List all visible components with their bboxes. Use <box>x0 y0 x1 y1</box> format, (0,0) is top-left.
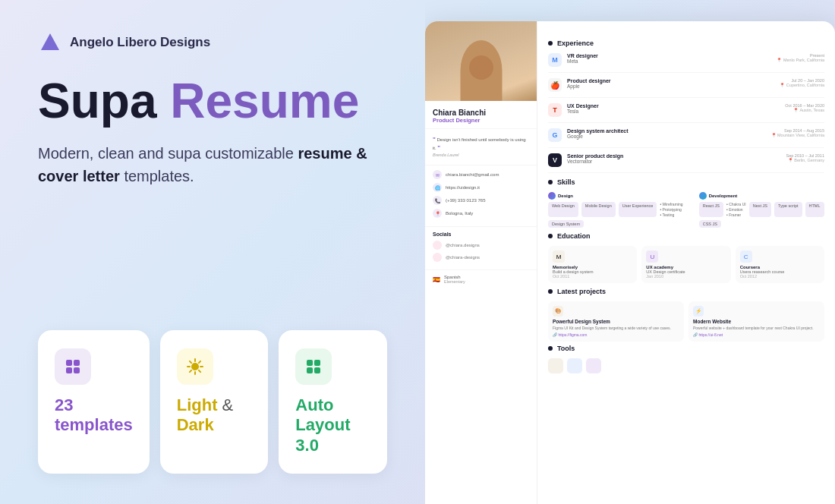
templates-count: 23 <box>55 395 73 414</box>
svg-line-11 <box>199 370 200 372</box>
website-icon: 🌐 <box>433 183 442 192</box>
tools-title: Tools <box>557 345 575 352</box>
dev-tags: React JS • Chakra UI• Emotion• Framer Ne… <box>699 202 824 228</box>
auto-label: Auto <box>295 395 333 414</box>
meta-role: VR designer <box>567 53 771 58</box>
google-logo: G <box>548 128 562 142</box>
cards-row: 23 templates <box>38 330 387 474</box>
svg-marker-0 <box>41 33 59 50</box>
vectornator-logo: V <box>548 153 562 167</box>
vectornator-info: Senior product design Vectornator <box>567 153 781 164</box>
skill-ds: Design System <box>548 220 584 228</box>
quote-author: Brenda Laurel <box>433 153 459 157</box>
subtitle: Modern, clean and supa customizable resu… <box>38 142 387 187</box>
google-info: Design system architect Google <box>567 128 766 139</box>
svg-rect-1 <box>66 360 72 366</box>
contact-website-item: 🌐 https://uidesign.it <box>433 183 529 192</box>
headline: Supa Resume <box>38 76 387 127</box>
templates-label: 23 templates <box>55 395 133 436</box>
resume-right-column: Experience M VR designer Meta Present📍 M… <box>537 21 835 504</box>
coursera-date: Oct 2012 <box>740 274 820 279</box>
project1-link: 🔗 https://figma.com <box>553 332 679 337</box>
memorisely-date: Oct 2011 <box>553 274 632 279</box>
memorisely-logo: M <box>553 250 565 263</box>
skills-title: Skills <box>557 178 575 186</box>
language-level: Elementary <box>444 279 465 284</box>
google-company: Google <box>567 134 766 139</box>
card-light-dark: Light & Dark <box>160 330 269 474</box>
social-dribbble: @chiara-designs <box>433 253 529 262</box>
templates-icon <box>55 348 91 385</box>
brand-row: Angelo Libero Designs <box>38 30 387 55</box>
contact-phone: (+39) 333 0123 765 <box>446 198 486 203</box>
contact-location-item: 📍 Bologna, Italy <box>433 209 529 218</box>
subtitle-text-normal: Modern, clean and supa customizable <box>38 145 298 162</box>
tool3-icon <box>586 358 601 373</box>
google-date: Sep 2014 – Aug 2015📍 Mountain View, Cali… <box>771 128 825 137</box>
language-flag: 🇪🇸 <box>433 276 440 283</box>
brand-name: Angelo Libero Designs <box>70 35 210 50</box>
resume-quote: " Design isn't finished until somebody i… <box>425 128 537 165</box>
project1-desc: Figma UI Kit and Design System targeting… <box>553 326 679 331</box>
language-item: 🇪🇸 Spanish Elementary <box>433 275 529 284</box>
experience-header: Experience <box>548 39 824 47</box>
exp-google: G Design system architect Google Sep 201… <box>548 128 824 148</box>
svg-line-12 <box>199 361 200 363</box>
exp-tesla: T UX Designer Tesla Oct 2016 – Mar 2020📍… <box>548 103 824 123</box>
tools-header: Tools <box>548 345 824 352</box>
skills-content: Design Web Design Mobile Design User Exp… <box>548 192 824 228</box>
skill-ux: User Experience <box>619 202 657 217</box>
vectornator-date: Sep 2010 – Jul 2011📍 Berlin, Germany <box>786 153 824 162</box>
meta-info: VR designer Meta <box>567 53 771 64</box>
project2-logo: ⚡ <box>693 306 704 317</box>
svg-rect-15 <box>314 360 320 366</box>
edu-coursera: C Coursera Usera reasearch course Oct 20… <box>736 246 824 283</box>
design-label: Design <box>558 194 573 198</box>
skill-bullets-dev: • Chakra UI• Emotion• Framer <box>726 202 746 217</box>
projects-list: 🎨 Powerful Design System Figma UI Kit an… <box>548 301 824 342</box>
resume-person-title: Product Designer <box>433 117 529 124</box>
google-role: Design system architect <box>567 128 766 134</box>
vectornator-role: Senior product design <box>567 153 781 159</box>
contact-email: chiara.bianchi@gmail.com <box>446 172 499 177</box>
contact-phone-item: 📞 (+39) 333 0123 765 <box>433 196 529 205</box>
ux-academy-logo: U <box>646 250 658 263</box>
project2-desc: Powerful website + dashboard template fo… <box>693 326 820 331</box>
project-design-system: 🎨 Powerful Design System Figma UI Kit an… <box>548 301 684 342</box>
apple-logo: 🍎 <box>548 78 562 92</box>
exp-vectornator: V Senior product design Vectornator Sep … <box>548 153 824 173</box>
education-title: Education <box>557 232 591 240</box>
auto-layout-icon <box>295 348 332 385</box>
resume-languages: 🇪🇸 Spanish Elementary <box>425 269 537 291</box>
skill-html: HTML <box>805 202 824 217</box>
instagram-handle: @chiara.designs <box>446 243 480 247</box>
tesla-info: UX Designer Tesla <box>567 103 780 114</box>
quote-text: Design isn't finished until somebody is … <box>433 137 526 150</box>
design-skills: Design Web Design Mobile Design User Exp… <box>548 192 693 228</box>
coursera-logo: C <box>740 250 752 263</box>
brand-logo-icon <box>38 30 62 55</box>
resume-left-column: Chiara Bianchi Product Designer " Design… <box>425 21 537 504</box>
tesla-date: Oct 2016 – Mar 2020📍 Austin, Texas <box>785 103 824 112</box>
card-templates: 23 templates <box>38 330 150 474</box>
layout-label: Layout 3.0 <box>295 415 350 454</box>
headline-part2: Resume <box>170 74 359 128</box>
project2-link: 🔗 https://ui-8.net <box>693 332 820 337</box>
project-modern-website: ⚡ Modern Website Powerful website + dash… <box>688 301 824 342</box>
svg-rect-3 <box>66 367 72 373</box>
resume-name-block: Chiara Bianchi Product Designer <box>425 101 537 128</box>
meta-company: Meta <box>567 58 771 64</box>
quote-icon: " <box>433 136 436 143</box>
headline-part1: Supa <box>38 74 170 128</box>
skill-react: React JS <box>699 202 723 217</box>
contact-email-item: ✉ chiara.bianchi@gmail.com <box>433 170 529 179</box>
design-skill-icon <box>548 192 556 200</box>
location-icon: 📍 <box>433 209 442 218</box>
left-panel: Angelo Libero Designs Supa Resume Modern… <box>0 0 425 504</box>
skill-web: Web Design <box>548 202 578 217</box>
meta-date: Present📍 Menlo Park, California <box>777 53 824 62</box>
experience-list: M VR designer Meta Present📍 Menlo Park, … <box>548 53 824 173</box>
social-instagram: @chiara.designs <box>433 241 529 250</box>
meta-logo: M <box>548 53 562 67</box>
resume-photo <box>425 21 537 101</box>
